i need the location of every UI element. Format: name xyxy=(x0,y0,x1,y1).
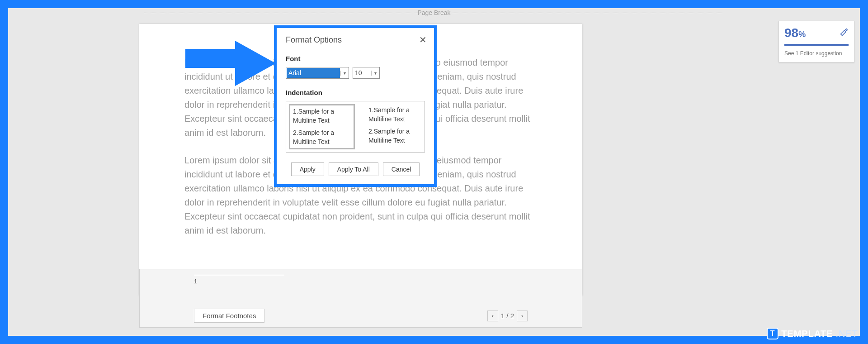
editor-score: 98% xyxy=(784,26,849,40)
editor-pen-icon xyxy=(840,28,849,39)
footnote-number: 1 xyxy=(194,278,528,285)
footnote-pane: 1 Format Footnotes ‹ 1 / 2 › xyxy=(139,269,582,328)
dialog-title: Format Options xyxy=(286,35,425,45)
editor-progress-bar xyxy=(784,44,849,46)
font-size-dropdown[interactable]: 10 ▾ xyxy=(353,67,380,79)
cancel-button[interactable]: Cancel xyxy=(383,162,420,176)
watermark-net: .NET xyxy=(835,329,858,339)
template-net-watermark: T TEMPLATE.NET xyxy=(767,328,858,339)
apply-button[interactable]: Apply xyxy=(291,162,324,176)
footnote-reference[interactable]: 12 xyxy=(256,57,263,63)
chevron-down-icon: ▾ xyxy=(371,71,379,76)
footnote-pager: ‹ 1 / 2 › xyxy=(487,311,528,321)
template-logo-icon: T xyxy=(767,328,778,339)
text: Lorem ipsum xyxy=(184,57,239,67)
format-options-dialog: Format Options ✕ Font Arial ▾ 10 ▾ Inden… xyxy=(274,25,437,187)
score-percent: % xyxy=(798,30,806,39)
indentation-option-left[interactable]: 1.Sample for aMultiline Text 2.Sample fo… xyxy=(289,104,355,149)
font-family-value: Arial xyxy=(287,68,340,78)
indentation-section-label: Indentation xyxy=(286,89,425,96)
editor-suggestion-link[interactable]: See 1 Editor suggestion xyxy=(784,50,849,57)
spellcheck-word: dolo xyxy=(239,57,256,67)
chevron-down-icon: ▾ xyxy=(340,71,349,76)
format-footnotes-button[interactable]: Format Footnotes xyxy=(194,309,264,323)
close-icon[interactable]: ✕ xyxy=(419,34,427,45)
font-size-value: 10 xyxy=(353,69,371,76)
apply-to-all-button[interactable]: Apply To All xyxy=(329,162,378,176)
pager-prev-button[interactable]: ‹ xyxy=(487,311,498,321)
footnote-separator xyxy=(194,275,284,275)
page-break-label: Page Break xyxy=(417,9,450,16)
indentation-option-hanging[interactable]: 1.Sample for aMultiline Text 2.Sample fo… xyxy=(359,104,422,149)
footnote-toolbar: Format Footnotes ‹ 1 / 2 › xyxy=(194,309,528,323)
watermark-text: TEMPLATE xyxy=(781,329,833,339)
editor-score-panel[interactable]: 98% See 1 Editor suggestion xyxy=(778,21,854,62)
score-value: 98 xyxy=(784,26,798,40)
pager-next-button[interactable]: › xyxy=(517,311,528,321)
pager-text: 1 / 2 xyxy=(501,312,514,320)
font-section-label: Font xyxy=(286,55,425,62)
indentation-options: 1.Sample for aMultiline Text 2.Sample fo… xyxy=(286,101,425,153)
font-family-dropdown[interactable]: Arial ▾ xyxy=(286,67,349,79)
